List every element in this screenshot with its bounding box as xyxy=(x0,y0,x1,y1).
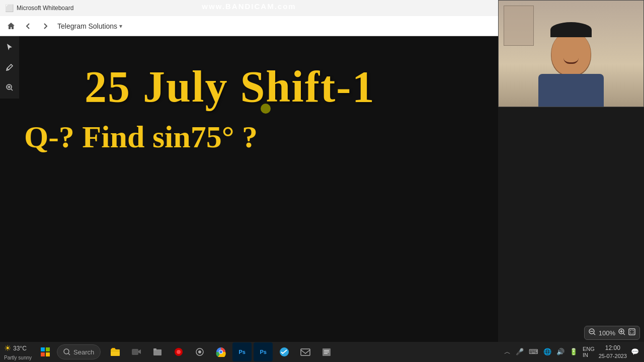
svg-rect-5 xyxy=(46,347,50,351)
svg-point-16 xyxy=(198,350,201,353)
clock-date: 25-07-2023 xyxy=(599,352,627,359)
svg-rect-10 xyxy=(132,349,138,355)
search-box[interactable]: Search xyxy=(57,344,101,359)
system-tray: ︿ 🎤 ⌨ 🌐 🔊 🔋 ENGIN 12:00 25-07-2023 💬 xyxy=(499,344,644,359)
bandicam-watermark: www.BANDICAM.com xyxy=(202,2,296,11)
accessibility-icon[interactable]: ⌨ xyxy=(528,347,539,356)
clock-time: 12:00 xyxy=(599,344,627,352)
svg-point-20 xyxy=(219,350,222,353)
whiteboard-question: Q-? Find sin75° ? xyxy=(24,119,258,155)
back-button[interactable] xyxy=(21,19,35,33)
weather-icon: ☀ xyxy=(4,343,11,353)
language-indicator[interactable]: ENGIN xyxy=(582,345,596,359)
whiteboard-window: ⬜ Microsoft Whiteboard www.BANDICAM.com … xyxy=(0,0,498,362)
app-title: Microsoft Whiteboard xyxy=(17,5,73,12)
weather-widget: ☀ 33°C Partly sunny xyxy=(0,343,36,360)
chevron-icon: ▾ xyxy=(119,23,122,30)
nav-title[interactable]: Telegram Solutions ▾ xyxy=(57,22,122,30)
svg-rect-3 xyxy=(629,329,635,335)
network-icon[interactable]: 🌐 xyxy=(542,347,552,356)
svg-rect-6 xyxy=(41,352,45,356)
search-label: Search xyxy=(73,348,94,356)
battery-icon[interactable]: 🔋 xyxy=(569,347,579,356)
svg-point-8 xyxy=(64,349,69,354)
zoom-level: 100% xyxy=(599,329,615,337)
taskbar: ☀ 33°C Partly sunny Search xyxy=(0,342,644,362)
svg-rect-12 xyxy=(153,348,156,350)
weather-condition: Partly sunny xyxy=(4,355,32,360)
home-button[interactable] xyxy=(4,19,18,33)
filemanager-icon[interactable] xyxy=(317,342,336,361)
svg-rect-9 xyxy=(111,349,120,356)
cursor-dot xyxy=(261,104,271,114)
canvas-area[interactable]: 25 July Shift-1 Q-? Find sin75° ? xyxy=(19,36,498,362)
select-tool[interactable] xyxy=(3,40,17,54)
temperature: 33°C xyxy=(13,345,27,352)
forward-button[interactable] xyxy=(38,19,52,33)
zoom-out-button[interactable] xyxy=(589,328,596,337)
tray-expand[interactable]: ︿ xyxy=(503,346,512,357)
app-icon: ⬜ xyxy=(5,4,14,12)
clock[interactable]: 12:00 25-07-2023 xyxy=(599,344,627,359)
webcam-overlay xyxy=(498,0,644,107)
telegram-icon[interactable] xyxy=(275,342,294,361)
pen-tool[interactable] xyxy=(3,60,17,74)
chrome-icon[interactable] xyxy=(211,342,230,361)
svg-rect-22 xyxy=(301,349,310,355)
ps2-icon[interactable]: Ps xyxy=(254,342,273,361)
ps-icon[interactable]: Ps xyxy=(232,342,252,361)
svg-point-14 xyxy=(177,350,181,354)
tools-icon[interactable] xyxy=(190,342,209,361)
left-toolbar xyxy=(0,36,19,99)
fit-screen-button[interactable] xyxy=(628,328,635,337)
zoom-in-tool[interactable] xyxy=(3,80,17,95)
mic-icon[interactable]: 🎤 xyxy=(515,347,525,356)
nav-bar: Telegram Solutions ▾ xyxy=(0,16,498,36)
record-icon[interactable] xyxy=(169,342,188,361)
svg-rect-7 xyxy=(46,352,50,356)
notification-icon[interactable]: 💬 xyxy=(630,347,640,356)
zoom-control: 100% xyxy=(584,326,640,340)
taskbar-apps: Ps Ps xyxy=(101,342,499,361)
whiteboard-heading: 25 July Shift-1 xyxy=(85,61,375,112)
zoom-in-button[interactable] xyxy=(618,328,625,337)
svg-rect-4 xyxy=(41,347,45,351)
mail-icon[interactable] xyxy=(296,342,315,361)
file-explorer-icon[interactable] xyxy=(106,342,125,361)
volume-icon[interactable]: 🔊 xyxy=(555,347,566,356)
folder-icon[interactable] xyxy=(148,342,167,361)
start-button[interactable] xyxy=(36,342,55,361)
video-app-icon[interactable] xyxy=(127,342,146,361)
